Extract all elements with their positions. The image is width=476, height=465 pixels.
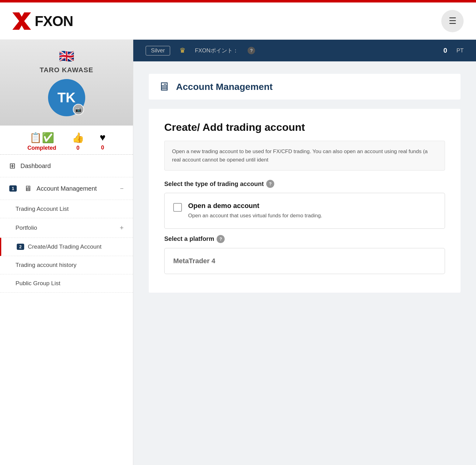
dashboard-label: Dashboard [20, 162, 51, 170]
demo-account-checkbox[interactable] [173, 203, 182, 212]
sidebar-profile: 🇬🇧 TARO KAWASE TK 📷 [0, 40, 133, 126]
content-area: Silver ♛ FXONポイント： ? 0 PT 🖥 Account Mana… [133, 40, 476, 465]
create-account-label: Create/Add Trading Account [28, 243, 102, 250]
platform-label: Select a platform ? [164, 235, 445, 243]
sidebar: 🇬🇧 TARO KAWASE TK 📷 📋✅ Completed 👍 0 [0, 40, 133, 465]
portfolio-label: Portfolio [15, 224, 37, 231]
crown-icon: ♛ [179, 46, 186, 55]
stat-favorites: ♥ 0 [100, 132, 106, 151]
collapse-icon: − [120, 185, 124, 192]
user-name: TARO KAWASE [6, 66, 127, 74]
monitor-icon: 🖥 [24, 184, 32, 193]
main-section-card: Create/ Add trading account Open a new t… [149, 109, 461, 293]
favorites-value: 0 [101, 144, 104, 151]
points-label: FXONポイント： [195, 47, 238, 54]
sidebar-item-public-group-list[interactable]: Public Group List [0, 274, 133, 293]
logo-text: FXON [35, 13, 73, 29]
demo-account-content: Open a demo account Open an account that… [188, 202, 322, 220]
completed-icon: 📋✅ [29, 132, 54, 144]
svg-marker-0 [12, 12, 31, 30]
public-group-list-label: Public Group List [15, 280, 60, 287]
demo-account-desc: Open an account that uses virtual funds … [188, 212, 322, 220]
metatrader4-option[interactable]: MetaTrader 4 [164, 248, 445, 274]
completed-label: Completed [27, 145, 56, 151]
sidebar-item-trading-account-list[interactable]: Trading Account List [0, 200, 133, 218]
stat-likes: 👍 0 [72, 132, 84, 151]
main-layout: 🇬🇧 TARO KAWASE TK 📷 📋✅ Completed 👍 0 [0, 40, 476, 465]
account-management-badge: 1 [9, 185, 17, 192]
avatar-container: TK 📷 [48, 79, 85, 116]
sidebar-nav: ⊞ Dashboard 1 🖥 Account Management − Tra… [0, 155, 133, 293]
likes-value: 0 [76, 145, 79, 151]
points-help-icon[interactable]: ? [248, 47, 255, 54]
demo-account-title: Open a demo account [188, 202, 322, 210]
sidebar-item-create-add-trading-account[interactable]: 2 Create/Add Trading Account [0, 238, 133, 256]
trading-history-label: Trading account history [15, 262, 77, 268]
platform-help-icon[interactable]: ? [217, 235, 225, 243]
create-account-badge: 2 [17, 244, 24, 250]
logo: FXON [12, 12, 73, 30]
sidebar-item-dashboard[interactable]: ⊞ Dashboard [0, 155, 133, 177]
flag-icon: 🇬🇧 [6, 49, 127, 64]
sidebar-item-trading-account-history[interactable]: Trading account history [0, 256, 133, 274]
points-unit: PT [456, 47, 464, 54]
account-type-label: Select the type of trading account ? [164, 180, 445, 188]
account-management-label: Account Management [37, 185, 97, 192]
dashboard-icon: ⊞ [9, 162, 15, 170]
account-type-help-icon[interactable]: ? [266, 180, 274, 188]
logo-icon [12, 12, 31, 30]
page-header: 🖥 Account Management [149, 74, 461, 100]
menu-button[interactable]: ☰ [441, 10, 464, 32]
favorites-icon: ♥ [100, 132, 106, 143]
metatrader4-title: MetaTrader 4 [173, 257, 215, 265]
info-box: Open a new trading account to be used fo… [164, 141, 445, 170]
trading-account-list-label: Trading Account List [15, 206, 68, 212]
menu-icon: ☰ [449, 16, 456, 26]
content-topbar: Silver ♛ FXONポイント： ? 0 PT [133, 40, 476, 61]
section-title: Create/ Add trading account [164, 121, 445, 133]
sidebar-item-portfolio[interactable]: Portfolio + [0, 218, 133, 238]
content-body: 🖥 Account Management Create/ Add trading… [133, 61, 476, 465]
stat-completed: 📋✅ Completed [27, 132, 56, 151]
demo-account-option[interactable]: Open a demo account Open an account that… [164, 193, 445, 229]
top-red-bar [0, 0, 476, 2]
page-monitor-icon: 🖥 [158, 80, 170, 93]
portfolio-plus-icon: + [120, 224, 124, 232]
page-title: Account Management [176, 82, 273, 92]
camera-button[interactable]: 📷 [73, 104, 84, 115]
camera-icon: 📷 [75, 107, 82, 113]
header: FXON ☰ [0, 2, 476, 40]
points-value: 0 [443, 46, 447, 55]
likes-icon: 👍 [72, 132, 84, 144]
sidebar-item-account-management[interactable]: 1 🖥 Account Management − [0, 177, 133, 200]
stats-row: 📋✅ Completed 👍 0 ♥ 0 [0, 126, 133, 155]
silver-badge: Silver [146, 46, 170, 55]
